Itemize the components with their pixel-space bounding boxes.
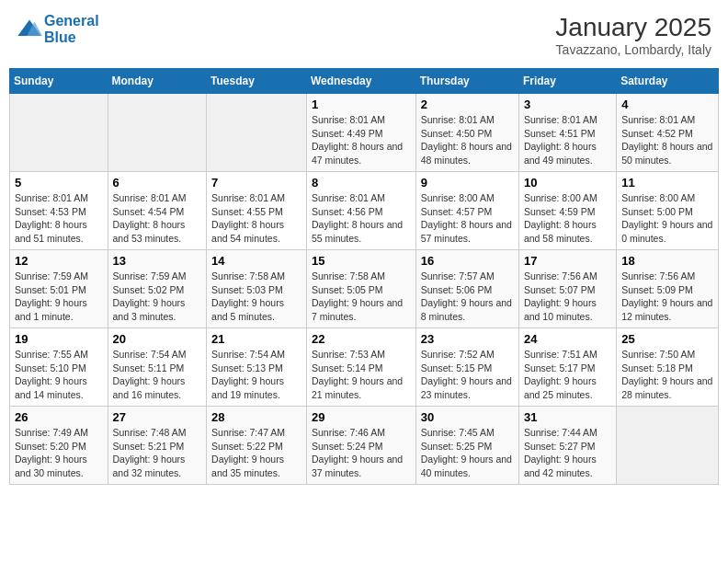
day-number: 14 [211, 254, 301, 268]
calendar-header: SundayMondayTuesdayWednesdayThursdayFrid… [10, 69, 719, 94]
calendar-cell: 28Sunrise: 7:47 AMSunset: 5:22 PMDayligh… [207, 407, 307, 485]
day-number: 16 [421, 254, 514, 268]
day-info: Sunrise: 8:01 AMSunset: 4:53 PMDaylight:… [15, 191, 103, 246]
day-number: 15 [312, 254, 411, 268]
day-info: Sunrise: 7:58 AMSunset: 5:05 PMDaylight:… [312, 270, 411, 324]
calendar-cell: 14Sunrise: 7:58 AMSunset: 5:03 PMDayligh… [207, 250, 307, 328]
day-of-week-header: Sunday [10, 69, 108, 94]
day-number: 25 [621, 332, 713, 346]
day-info: Sunrise: 7:47 AMSunset: 5:22 PMDaylight:… [211, 426, 301, 480]
calendar-week-row: 26Sunrise: 7:49 AMSunset: 5:20 PMDayligh… [10, 407, 719, 485]
calendar-cell [108, 94, 207, 172]
day-of-week-header: Wednesday [306, 69, 415, 94]
month-title: January 2025 [555, 13, 711, 42]
day-info: Sunrise: 8:01 AMSunset: 4:56 PMDaylight:… [312, 191, 411, 246]
logo-icon [17, 17, 42, 42]
calendar-cell: 4Sunrise: 8:01 AMSunset: 4:52 PMDaylight… [617, 94, 719, 172]
day-number: 21 [211, 332, 301, 346]
day-number: 3 [524, 98, 611, 111]
calendar-cell: 22Sunrise: 7:53 AMSunset: 5:14 PMDayligh… [306, 328, 415, 407]
day-number: 26 [15, 410, 103, 424]
calendar-cell: 20Sunrise: 7:54 AMSunset: 5:11 PMDayligh… [108, 328, 207, 407]
day-number: 10 [524, 176, 611, 190]
day-number: 31 [524, 410, 611, 424]
calendar-cell: 25Sunrise: 7:50 AMSunset: 5:18 PMDayligh… [617, 328, 719, 407]
day-number: 27 [113, 410, 202, 424]
day-info: Sunrise: 8:01 AMSunset: 4:51 PMDaylight:… [524, 113, 611, 167]
day-number: 18 [621, 254, 713, 268]
day-number: 23 [421, 332, 514, 346]
calendar-cell: 3Sunrise: 8:01 AMSunset: 4:51 PMDaylight… [518, 94, 616, 172]
logo: General Blue [17, 13, 99, 45]
day-of-week-header: Saturday [617, 69, 719, 94]
day-of-week-header: Monday [108, 69, 207, 94]
day-info: Sunrise: 8:01 AMSunset: 4:50 PMDaylight:… [421, 113, 514, 167]
calendar-body: 1Sunrise: 8:01 AMSunset: 4:49 PMDaylight… [10, 94, 719, 485]
day-number: 17 [524, 254, 611, 268]
calendar-cell: 26Sunrise: 7:49 AMSunset: 5:20 PMDayligh… [10, 407, 108, 485]
day-info: Sunrise: 7:57 AMSunset: 5:06 PMDaylight:… [421, 270, 514, 324]
day-info: Sunrise: 7:56 AMSunset: 5:09 PMDaylight:… [621, 270, 713, 324]
day-info: Sunrise: 7:59 AMSunset: 5:02 PMDaylight:… [113, 270, 202, 324]
day-info: Sunrise: 7:54 AMSunset: 5:11 PMDaylight:… [113, 348, 202, 402]
logo-line1: General [44, 13, 99, 29]
day-number: 29 [312, 410, 411, 424]
day-info: Sunrise: 7:52 AMSunset: 5:15 PMDaylight:… [421, 348, 514, 402]
day-info: Sunrise: 7:54 AMSunset: 5:13 PMDaylight:… [211, 348, 301, 402]
calendar-cell: 5Sunrise: 8:01 AMSunset: 4:53 PMDaylight… [10, 172, 108, 250]
day-number: 5 [15, 176, 103, 190]
day-info: Sunrise: 8:00 AMSunset: 5:00 PMDaylight:… [621, 191, 713, 246]
day-info: Sunrise: 7:46 AMSunset: 5:24 PMDaylight:… [312, 426, 411, 480]
day-info: Sunrise: 7:56 AMSunset: 5:07 PMDaylight:… [524, 270, 611, 324]
calendar-cell: 19Sunrise: 7:55 AMSunset: 5:10 PMDayligh… [10, 328, 108, 407]
day-number: 19 [15, 332, 103, 346]
day-info: Sunrise: 7:49 AMSunset: 5:20 PMDaylight:… [15, 426, 103, 480]
day-info: Sunrise: 8:00 AMSunset: 4:57 PMDaylight:… [421, 191, 514, 246]
calendar-cell: 12Sunrise: 7:59 AMSunset: 5:01 PMDayligh… [10, 250, 108, 328]
day-info: Sunrise: 8:01 AMSunset: 4:54 PMDaylight:… [113, 191, 202, 246]
day-info: Sunrise: 7:59 AMSunset: 5:01 PMDaylight:… [15, 270, 103, 324]
calendar-cell: 18Sunrise: 7:56 AMSunset: 5:09 PMDayligh… [617, 250, 719, 328]
calendar-cell: 31Sunrise: 7:44 AMSunset: 5:27 PMDayligh… [518, 407, 616, 485]
calendar-cell: 21Sunrise: 7:54 AMSunset: 5:13 PMDayligh… [207, 328, 307, 407]
location-title: Tavazzano, Lombardy, Italy [555, 42, 711, 57]
day-number: 9 [421, 176, 514, 190]
calendar-cell: 13Sunrise: 7:59 AMSunset: 5:02 PMDayligh… [108, 250, 207, 328]
day-info: Sunrise: 7:51 AMSunset: 5:17 PMDaylight:… [524, 348, 611, 402]
calendar-cell: 10Sunrise: 8:00 AMSunset: 4:59 PMDayligh… [518, 172, 616, 250]
day-of-week-header: Tuesday [207, 69, 307, 94]
calendar-cell [10, 94, 108, 172]
day-info: Sunrise: 8:01 AMSunset: 4:52 PMDaylight:… [621, 113, 713, 167]
day-number: 20 [113, 332, 202, 346]
day-info: Sunrise: 7:55 AMSunset: 5:10 PMDaylight:… [15, 348, 103, 402]
day-info: Sunrise: 8:01 AMSunset: 4:55 PMDaylight:… [211, 191, 301, 246]
day-number: 11 [621, 176, 713, 190]
calendar-cell: 6Sunrise: 8:01 AMSunset: 4:54 PMDaylight… [108, 172, 207, 250]
day-info: Sunrise: 8:00 AMSunset: 4:59 PMDaylight:… [524, 191, 611, 246]
calendar-cell: 30Sunrise: 7:45 AMSunset: 5:25 PMDayligh… [415, 407, 518, 485]
day-number: 12 [15, 254, 103, 268]
day-info: Sunrise: 7:50 AMSunset: 5:18 PMDaylight:… [621, 348, 713, 402]
day-number: 28 [211, 410, 301, 424]
day-number: 24 [524, 332, 611, 346]
day-number: 22 [312, 332, 411, 346]
calendar-cell: 2Sunrise: 8:01 AMSunset: 4:50 PMDaylight… [415, 94, 518, 172]
calendar-cell: 8Sunrise: 8:01 AMSunset: 4:56 PMDaylight… [306, 172, 415, 250]
logo-line2: Blue [44, 29, 99, 46]
day-number: 7 [211, 176, 301, 190]
calendar-cell: 27Sunrise: 7:48 AMSunset: 5:21 PMDayligh… [108, 407, 207, 485]
day-number: 2 [421, 98, 514, 111]
title-block: January 2025 Tavazzano, Lombardy, Italy [555, 13, 711, 57]
calendar-cell: 11Sunrise: 8:00 AMSunset: 5:00 PMDayligh… [617, 172, 719, 250]
day-number: 8 [312, 176, 411, 190]
day-of-week-header: Thursday [415, 69, 518, 94]
calendar-cell: 1Sunrise: 8:01 AMSunset: 4:49 PMDaylight… [306, 94, 415, 172]
calendar-cell: 16Sunrise: 7:57 AMSunset: 5:06 PMDayligh… [415, 250, 518, 328]
calendar-cell: 7Sunrise: 8:01 AMSunset: 4:55 PMDaylight… [207, 172, 307, 250]
day-info: Sunrise: 7:44 AMSunset: 5:27 PMDaylight:… [524, 426, 611, 480]
calendar-cell: 29Sunrise: 7:46 AMSunset: 5:24 PMDayligh… [306, 407, 415, 485]
day-number: 30 [421, 410, 514, 424]
calendar-week-row: 19Sunrise: 7:55 AMSunset: 5:10 PMDayligh… [10, 328, 719, 407]
day-info: Sunrise: 8:01 AMSunset: 4:49 PMDaylight:… [312, 113, 411, 167]
day-info: Sunrise: 7:53 AMSunset: 5:14 PMDaylight:… [312, 348, 411, 402]
